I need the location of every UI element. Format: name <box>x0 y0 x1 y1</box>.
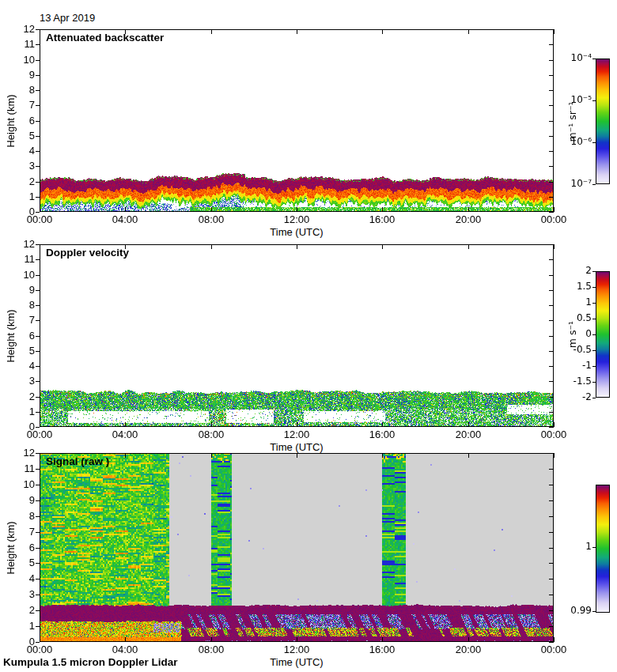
y-tick-mark <box>36 366 40 367</box>
y-tick-mark <box>36 469 40 470</box>
colorbar-tick-label: 2 <box>552 265 592 277</box>
backscatter-heatmap-canvas <box>40 29 554 212</box>
y-tick-label: 1 <box>8 621 35 632</box>
x-tick-label: 08:00 <box>187 644 235 655</box>
y-tick-mark <box>549 626 554 627</box>
x-tick-mark <box>297 422 297 427</box>
y-tick-mark <box>36 275 40 276</box>
x-tick-mark <box>468 453 469 458</box>
x-tick-mark <box>554 637 555 642</box>
y-tick-label: 6 <box>8 115 35 126</box>
colorbar-tick-label: 10⁻⁵ <box>552 94 592 106</box>
x-axis-label: Time (UTC) <box>270 656 323 668</box>
y-tick-label: 5 <box>8 345 35 357</box>
colorbar-tick-label: -1 <box>552 360 592 372</box>
colorbar-tick-mark <box>592 319 596 319</box>
x-tick-mark <box>382 453 383 458</box>
y-tick-mark <box>36 548 40 549</box>
colorbar-tick-mark <box>592 366 596 367</box>
x-tick-label: 00:00 <box>16 214 63 225</box>
x-tick-mark <box>297 244 297 249</box>
x-tick-mark <box>297 29 297 34</box>
y-tick-mark <box>36 532 40 533</box>
y-tick-label: 9 <box>8 285 35 296</box>
y-tick-mark <box>36 320 40 321</box>
y-tick-label: 12 <box>8 239 35 250</box>
colorbar-backscatter: m⁻¹ sr⁻¹ 10⁻⁴10⁻⁵10⁻⁶10⁻⁷ <box>596 59 610 184</box>
colorbar-gradient <box>596 59 610 184</box>
x-tick-label: 20:00 <box>445 214 492 225</box>
y-tick-label: 8 <box>8 300 35 311</box>
y-tick-mark <box>549 427 554 428</box>
x-tick-label: 04:00 <box>101 644 149 655</box>
colorbar-tick-mark <box>592 287 596 288</box>
x-tick-mark <box>125 422 126 427</box>
x-tick-label: 08:00 <box>187 214 235 225</box>
y-tick-mark <box>36 259 40 260</box>
colorbar-gradient <box>596 271 610 398</box>
y-tick-label: 10 <box>8 270 35 281</box>
signal-heatmap-canvas <box>40 453 554 642</box>
x-tick-mark <box>211 637 212 642</box>
y-tick-label: 10 <box>8 55 35 66</box>
y-tick-mark <box>549 166 554 167</box>
y-tick-mark <box>36 151 40 152</box>
x-tick-mark <box>125 637 126 642</box>
y-tick-label: 6 <box>8 330 35 342</box>
y-tick-mark <box>36 290 40 291</box>
colorbar-tick-mark <box>592 142 596 143</box>
colorbar-tick-mark <box>592 271 596 272</box>
y-tick-mark <box>36 563 40 564</box>
y-tick-mark <box>549 212 554 213</box>
y-tick-label: 1 <box>8 406 35 417</box>
y-tick-mark <box>549 75 554 76</box>
colorbar-tick-label: 1 <box>552 541 592 553</box>
y-tick-mark <box>549 500 554 501</box>
y-tick-mark <box>36 412 40 413</box>
x-tick-label: 20:00 <box>445 644 492 655</box>
colorbar-tick-label: -2 <box>552 391 592 403</box>
colorbar-tick-mark <box>592 382 596 383</box>
x-tick-mark <box>211 244 212 249</box>
colorbar-tick-label: 10⁻⁴ <box>552 52 592 64</box>
y-tick-mark <box>36 136 40 137</box>
y-tick-mark <box>36 75 40 76</box>
y-tick-label: 7 <box>8 527 35 538</box>
y-tick-mark <box>549 121 554 122</box>
panel-title-backscatter: Attenuated backscatter <box>46 32 164 43</box>
colorbar-tick-label: -1.5 <box>552 376 592 387</box>
colorbar-tick-mark <box>592 350 596 351</box>
x-tick-label: 20:00 <box>445 429 492 440</box>
x-tick-mark <box>468 29 469 34</box>
y-tick-label: 8 <box>8 511 35 522</box>
colorbar-tick-mark <box>592 611 596 612</box>
colorbar-tick-label: 10⁻⁷ <box>552 178 592 190</box>
y-tick-mark <box>36 579 40 580</box>
y-tick-mark <box>549 90 554 91</box>
colorbar-tick-label: 10⁻⁶ <box>552 136 592 148</box>
colorbar-tick-mark <box>592 547 596 548</box>
x-tick-mark <box>382 29 383 34</box>
y-tick-label: 2 <box>8 391 35 402</box>
colorbar-gradient <box>596 485 610 613</box>
panel-signal-raw: Signal (raw ) Height (km) Time (UTC) 121… <box>40 453 554 642</box>
y-tick-label: 11 <box>8 463 35 474</box>
y-tick-label: 10 <box>8 479 35 490</box>
colorbar-tick-label: 0.5 <box>552 312 592 324</box>
x-axis-label: Time (UTC) <box>270 226 323 238</box>
y-tick-label: 7 <box>8 315 35 326</box>
y-tick-mark <box>36 381 40 382</box>
y-tick-label: 9 <box>8 495 35 506</box>
y-tick-mark <box>549 44 554 45</box>
instrument-label: Kumpula 1.5 micron Doppler Lidar <box>3 656 178 668</box>
lidar-quicklook-figure: 13 Apr 2019 Attenuated backscatter Heigh… <box>0 0 617 672</box>
y-tick-mark <box>549 563 554 564</box>
x-tick-label: 00:00 <box>530 644 577 655</box>
x-tick-mark <box>382 244 383 249</box>
x-tick-mark <box>125 453 126 458</box>
y-tick-label: 4 <box>8 145 35 157</box>
x-tick-label: 00:00 <box>16 429 63 440</box>
y-tick-mark <box>36 197 40 198</box>
x-tick-mark <box>468 244 469 249</box>
x-tick-mark <box>125 207 126 212</box>
